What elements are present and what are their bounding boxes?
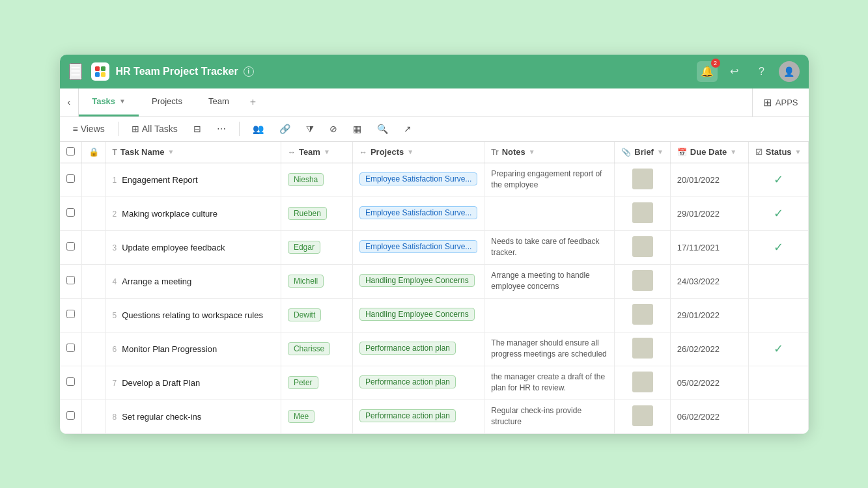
col-lock: 🔒 — [81, 142, 105, 163]
task-name-col-icon: T — [113, 148, 117, 157]
row-checkbox-cell[interactable] — [60, 366, 82, 400]
more-options-button[interactable]: ⋯ — [212, 121, 231, 137]
all-tasks-label: All Tasks — [142, 124, 178, 134]
row-checkbox-cell[interactable] — [60, 332, 82, 366]
row-checkbox[interactable] — [66, 242, 75, 251]
row-checkbox[interactable] — [66, 208, 75, 217]
info-icon[interactable]: i — [244, 66, 254, 77]
lock-icon: 🔒 — [89, 147, 99, 157]
notes-col-icon: Tr — [491, 148, 498, 157]
history-button[interactable]: ↩ — [724, 61, 745, 82]
row-checkbox-cell[interactable] — [60, 163, 82, 197]
search-button[interactable]: 🔍 — [372, 121, 393, 137]
nav-tab-projects-label: Projects — [152, 96, 182, 106]
project-badge: Performance action plan — [359, 342, 456, 355]
col-due-date[interactable]: 📅 Due Date ▼ — [670, 142, 748, 163]
due-date-sort-arrow: ▼ — [730, 148, 736, 156]
row-checkbox[interactable] — [66, 174, 75, 183]
projects-sort-arrow: ▼ — [407, 148, 413, 156]
row-checkbox-cell[interactable] — [60, 298, 82, 332]
col-team[interactable]: ↔ Team ▼ — [281, 142, 352, 163]
row-status: ✓ — [748, 230, 808, 264]
due-date-col-icon: 📅 — [677, 148, 687, 157]
filter-button[interactable]: ⧩ — [301, 121, 319, 137]
row-lock-cell — [81, 400, 105, 433]
task-name-sort-arrow: ▼ — [168, 148, 175, 156]
brief-thumbnail — [632, 270, 653, 291]
select-all-checkbox[interactable] — [66, 147, 75, 156]
app-title: HR Team Project Tracker — [116, 66, 238, 77]
col-brief[interactable]: 📎 Brief ▼ — [615, 142, 671, 163]
table-row: 1Engagement Report Niesha Employee Satis… — [60, 163, 809, 197]
people-button[interactable]: 👥 — [247, 121, 269, 137]
views-icon: ≡ — [73, 124, 78, 134]
row-status: ✓ — [748, 163, 808, 197]
views-label: Views — [81, 124, 105, 134]
link-button[interactable]: 🔗 — [274, 121, 296, 137]
nav-bar: ‹ Tasks ▼ Projects Team + ⊞ APPS — [60, 88, 809, 117]
filter-clear-icon: ⊘ — [329, 124, 337, 134]
row-checkbox[interactable] — [66, 310, 75, 318]
row-due-date: 24/03/2022 — [670, 264, 748, 298]
table-row: 6Monitor Plan Progression Charisse Perfo… — [60, 332, 809, 366]
row-checkbox[interactable] — [66, 344, 75, 352]
row-checkbox-cell[interactable] — [60, 197, 82, 230]
row-due-date: 17/11/2021 — [670, 230, 748, 264]
menu-button[interactable]: ☰ — [69, 63, 82, 80]
row-checkbox[interactable] — [66, 411, 75, 420]
col-due-date-label: Due Date — [690, 147, 727, 157]
row-status — [748, 366, 808, 400]
row-team: Niesha — [281, 163, 352, 197]
notification-button[interactable]: 🔔 2 — [697, 61, 718, 82]
people-icon: 👥 — [253, 124, 264, 134]
all-tasks-button[interactable]: ⊞ All Tasks — [126, 121, 183, 137]
filter-clear-button[interactable]: ⊘ — [324, 121, 343, 137]
apps-label: APPS — [776, 98, 798, 107]
row-checkbox[interactable] — [66, 276, 75, 284]
col-projects[interactable]: ↔ Projects ▼ — [352, 142, 484, 163]
row-task-name: 8Set regular check-ins — [105, 400, 281, 433]
table-row: 2Making workplace culture Rueben Employe… — [60, 197, 809, 230]
row-checkbox-cell[interactable] — [60, 400, 82, 433]
row-team: Dewitt — [281, 298, 352, 332]
project-badge: Employee Satisfaction Surve... — [359, 240, 477, 253]
row-task-name: 1Engagement Report — [105, 163, 281, 197]
apps-button[interactable]: ⊞ APPS — [752, 88, 809, 116]
table-row: 5Questions relating to workspace rules D… — [60, 298, 809, 332]
nav-tab-tasks-arrow: ▼ — [119, 98, 126, 105]
row-checkbox-cell[interactable] — [60, 230, 82, 264]
share-button[interactable]: ↗ — [399, 121, 417, 137]
nav-add-tab-button[interactable]: + — [242, 88, 264, 116]
help-button[interactable]: ? — [751, 61, 772, 82]
nav-tab-team[interactable]: Team — [195, 88, 242, 116]
col-checkbox[interactable] — [60, 142, 82, 163]
views-button[interactable]: ≡ Views — [68, 121, 110, 137]
nav-tab-projects[interactable]: Projects — [139, 88, 195, 116]
col-task-name[interactable]: T Task Name ▼ — [105, 142, 281, 163]
app-logo — [91, 62, 109, 81]
team-col-icon: ↔ — [288, 148, 296, 157]
avatar[interactable]: 👤 — [779, 61, 800, 82]
brief-thumbnail — [632, 202, 653, 223]
svg-rect-3 — [101, 72, 105, 77]
status-col-icon: ☑ — [755, 148, 763, 157]
table-row: 8Set regular check-ins Mee Performance a… — [60, 400, 809, 433]
col-status[interactable]: ☑ Status ▼ — [748, 142, 808, 163]
team-badge: Dewitt — [288, 308, 321, 321]
row-notes: The manager should ensure all progress m… — [484, 332, 615, 366]
row-checkbox[interactable] — [66, 377, 75, 386]
notification-badge: 2 — [711, 59, 720, 68]
nav-tab-tasks[interactable]: Tasks ▼ — [79, 88, 139, 116]
row-status: ✓ — [748, 332, 808, 366]
columns-button[interactable]: ▦ — [348, 121, 367, 137]
col-notes[interactable]: Tr Notes ▼ — [484, 142, 615, 163]
row-brief — [615, 332, 671, 366]
team-sort-arrow: ▼ — [324, 148, 330, 156]
nav-collapse-button[interactable]: ‹ — [60, 88, 79, 116]
row-checkbox-cell[interactable] — [60, 264, 82, 298]
svg-rect-2 — [95, 72, 100, 77]
search-icon: 🔍 — [377, 124, 388, 134]
table-row: 3Update employee feedback Edgar Employee… — [60, 230, 809, 264]
row-team: Michell — [281, 264, 352, 298]
fields-button[interactable]: ⊟ — [188, 121, 206, 137]
